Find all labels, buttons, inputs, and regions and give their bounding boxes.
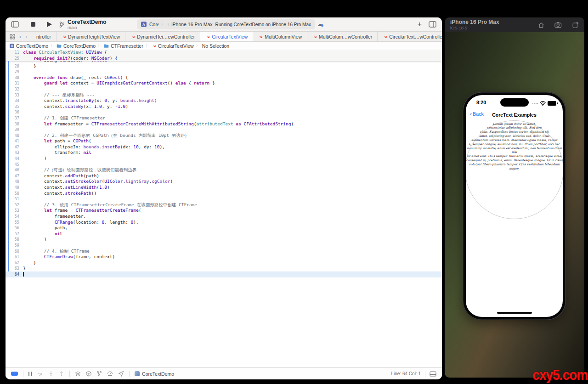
code-line-62[interactable]: 62 }	[6, 260, 442, 266]
tab-multicolum-wcontroller[interactable]: MultiColum…wController	[307, 32, 378, 41]
code-line-35[interactable]: 35 context.scaleBy(x: 1.0, y: -1.0)	[6, 104, 442, 110]
tab-dynamichei-ewcontroller[interactable]: DynamicHei…ewController	[125, 32, 200, 41]
code-line-45[interactable]: 45	[6, 162, 442, 168]
home-button-icon[interactable]	[537, 22, 545, 28]
code-line-36[interactable]: 36	[6, 109, 442, 115]
tab-dynamicheighttextview[interactable]: DynamicHeightTextView	[57, 32, 125, 41]
code-line-44[interactable]: 44 )	[6, 156, 442, 162]
code-line-50[interactable]: 50 context.strokePath()	[6, 191, 442, 197]
breadcrumb-item[interactable]: CTFramesetter	[104, 43, 143, 49]
step-into-icon[interactable]	[48, 371, 54, 377]
code-line-42[interactable]: 42 ellipseIn: bounds.insetBy(dx: 10, dy:…	[6, 144, 442, 150]
stop-icon	[31, 22, 35, 27]
tab-circulartext-wcontroller[interactable]: CircularText…wController	[378, 32, 442, 41]
code-line-47[interactable]: 47 context.addPath(path)	[6, 173, 442, 179]
breadcrumb-item[interactable]: CircularTextView	[152, 43, 194, 49]
breadcrumb-item[interactable]: No Selection	[202, 43, 230, 49]
code-line-56[interactable]: 56 path,	[6, 225, 442, 231]
code-line-33[interactable]: 33 // --- 坐标系翻转 ---	[6, 92, 442, 98]
step-out-icon[interactable]	[59, 371, 64, 377]
code-text: guard let context = UIGraphicsGetCurrent…	[19, 80, 215, 86]
memory-graph-icon[interactable]	[86, 371, 91, 377]
code-line-25[interactable]: 25 required init?(coder: NSCoder) {	[6, 56, 442, 62]
code-line-48[interactable]: 48 context.setStrokeColor(UIColor.lightG…	[6, 179, 442, 185]
code-line-43[interactable]: 43 transform: nil	[6, 150, 442, 156]
back-history-button[interactable]: ‹	[19, 34, 21, 40]
tab-multicolumnview[interactable]: MultiColumnView	[253, 32, 307, 41]
code-line-59[interactable]: 59	[6, 243, 442, 248]
code-line-63[interactable]: 63}	[6, 265, 442, 271]
code-line-53[interactable]: 53 let frame = CTFramesetterCreateFrame(	[6, 208, 442, 214]
app-icon	[135, 371, 140, 376]
code-line-41[interactable]: 41 let path = CGPath(	[6, 138, 442, 144]
code-line-52[interactable]: 52 // 3. 使用 CTFramesetterCreateFrame 在该圆…	[6, 202, 442, 208]
code-line-49[interactable]: 49 context.setLineWidth(1.0)	[6, 185, 442, 191]
code-line-30[interactable]: 30 override func draw(_ rect: CGRect) {	[6, 75, 442, 81]
breadcrumb-item[interactable]: CoreTextDemo	[57, 43, 96, 49]
code-line-32[interactable]: 32	[6, 86, 442, 92]
editor-layout-button[interactable]	[429, 17, 436, 31]
code-line-57[interactable]: 57 nil	[6, 231, 442, 237]
run-destination[interactable]: iPhone 16 Pro Max	[171, 22, 212, 27]
circular-text-line: elementum ultrices diam. Maecenas ligula…	[466, 138, 563, 142]
tab-label: ntroller	[36, 34, 51, 40]
code-line-58[interactable]: 58 )	[6, 237, 442, 243]
code-line-55[interactable]: 55 CFRange(location: 0, length: 0),	[6, 220, 442, 226]
breadcrumb-item[interactable]: ACoreTextDemo	[10, 43, 48, 49]
project-status[interactable]: CoreTextDemo main	[59, 17, 106, 31]
code-text: // --- 坐标系翻转 ---	[19, 92, 95, 98]
run-button[interactable]	[47, 17, 52, 31]
code-line-29[interactable]: 29	[6, 69, 442, 75]
toggle-navigator-button[interactable]	[11, 17, 19, 31]
tab-label: CircularTextView	[212, 34, 248, 40]
code-line-38[interactable]: 38 let framesetter = CTFramesetterCreate…	[6, 121, 442, 127]
code-line-39[interactable]: 39	[6, 127, 442, 133]
code-line-46[interactable]: 46 //（可选）绘制圆形路径，以便我们能看到边界	[6, 167, 442, 173]
iphone-screen[interactable]: 8:20 ‹ Back CoreText Examples Lorem ipsu…	[466, 95, 563, 317]
divider	[23, 371, 23, 377]
code-line-11[interactable]: 11class CircularTextView: UIView {	[6, 50, 442, 56]
activity-status-text: Running CoreTextDemo on iPhone 16 Pro Ma…	[215, 22, 311, 27]
code-line-34[interactable]: 34 context.translateBy(x: 0, y: bounds.h…	[6, 98, 442, 104]
code-line-54[interactable]: 54 framesetter,	[6, 214, 442, 220]
screenshot-camera-icon[interactable]	[554, 22, 562, 28]
code-line-60[interactable]: 60 // 4. 绘制 CTFrame	[6, 248, 442, 254]
environment-overrides-icon[interactable]	[96, 371, 102, 377]
tab-circulartextview[interactable]: CircularTextView	[200, 32, 253, 41]
breadcrumb-label: No Selection	[202, 43, 230, 49]
cloud-status-icon: ☁	[317, 21, 323, 28]
code-line-27[interactable]: backgroundColor = .white	[6, 61, 442, 63]
add-button[interactable]: +	[418, 17, 422, 31]
source-editor[interactable]: 11class CircularTextView: UIView {25 req…	[6, 50, 442, 368]
grid-overview-icon[interactable]	[10, 34, 15, 40]
step-over-icon[interactable]	[37, 371, 43, 377]
code-line-31[interactable]: 31 guard let context = UIGraphicsGetCurr…	[6, 80, 442, 86]
breadcrumb-label: CircularTextView	[158, 43, 194, 49]
forward-history-button[interactable]: ›	[25, 34, 27, 40]
navigation-bar: ‹ Back CoreText Examples	[466, 110, 563, 119]
rotate-device-icon[interactable]	[572, 22, 579, 28]
instruments-gauge-icon[interactable]	[107, 371, 113, 377]
code-line-40[interactable]: 40 // 2. 创建一个圆形的 CGPath（在 bounds 内部留出 10…	[6, 133, 442, 139]
code-line-51[interactable]: 51	[6, 196, 442, 202]
toggle-debug-area-icon[interactable]	[430, 371, 436, 377]
code-text: )	[19, 237, 46, 243]
simulate-location-icon[interactable]	[118, 371, 124, 377]
running-process[interactable]: CoreTextDemo	[135, 371, 174, 377]
code-line-28[interactable]: 28 }	[6, 63, 442, 69]
tab-ntroller[interactable]: ntroller	[31, 32, 57, 41]
breakpoints-toggle-button[interactable]	[11, 372, 18, 376]
home-indicator[interactable]	[497, 312, 532, 314]
scheme-capsule[interactable]: A CoreTextDemo 〉 iPhone 16 Pro Max Runni…	[137, 19, 315, 29]
code-line-61[interactable]: 61 CTFrameDraw(frame, context)	[6, 254, 442, 260]
scheme-name[interactable]: CoreTextDemo	[149, 22, 158, 27]
code-line-37[interactable]: 37 // 1. 创建 CTFramesetter	[6, 115, 442, 121]
stop-button[interactable]	[31, 17, 35, 31]
code-line-64[interactable]: 64	[6, 271, 442, 277]
simulator-header: iPhone 16 Pro Max iOS 18.5	[445, 17, 584, 32]
code-text: let framesetter = CTFramesetterCreateWit…	[19, 121, 294, 127]
pause-execution-button[interactable]	[28, 372, 32, 376]
code-text: path,	[19, 225, 68, 231]
view-hierarchy-icon[interactable]	[75, 371, 81, 377]
circular-text: Lorem ipsum dolor sit amet,consectetur a…	[466, 122, 563, 171]
